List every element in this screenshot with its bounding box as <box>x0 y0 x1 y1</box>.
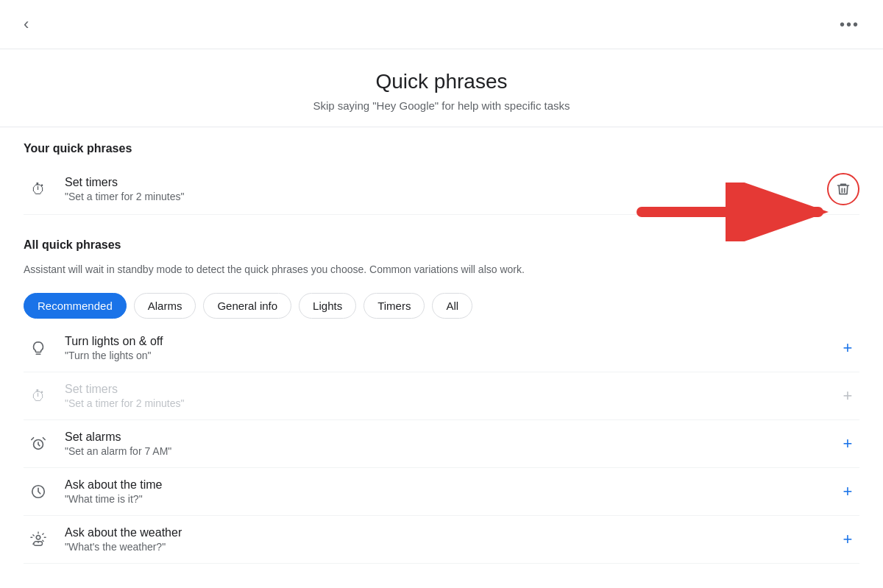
time-phrase-text: Ask about the time "What time is it?" <box>65 478 836 505</box>
add-timers-button[interactable]: + <box>836 384 859 408</box>
lights-phrase-text: Turn lights on & off "Turn the lights on… <box>65 335 836 361</box>
your-phrase-subtitle: "Set a timer for 2 minutes" <box>65 191 827 202</box>
your-phrase-text: Set timers "Set a timer for 2 minutes" <box>65 176 827 202</box>
phrase-row-weather: Ask about the weather "What's the weathe… <box>24 516 859 564</box>
add-weather-button[interactable]: + <box>836 528 859 551</box>
weather-phrase-subtitle: "What's the weather?" <box>65 541 836 553</box>
all-phrases-title: All quick phrases <box>24 224 859 261</box>
lights-phrase-title: Turn lights on & off <box>65 335 836 348</box>
delete-button[interactable] <box>827 173 859 205</box>
lights-icon <box>24 333 53 363</box>
phrase-row-timers: ⏱ Set timers "Set a timer for 2 minutes"… <box>24 372 859 420</box>
phrase-row-alarms: Set alarms "Set an alarm for 7 AM" + <box>24 420 859 468</box>
lights-phrase-subtitle: "Turn the lights on" <box>65 350 836 361</box>
alarms-icon <box>24 429 53 458</box>
chip-general-info[interactable]: General info <box>203 293 291 319</box>
top-bar: ‹ ••• <box>0 0 883 49</box>
timers-phrase-text: Set timers "Set a timer for 2 minutes" <box>65 383 836 409</box>
time-phrase-subtitle: "What time is it?" <box>65 493 836 505</box>
alarms-phrase-text: Set alarms "Set an alarm for 7 AM" <box>65 431 836 457</box>
page-header: Quick phrases Skip saying "Hey Google" f… <box>0 49 883 127</box>
all-phrases-description: Assistant will wait in standby mode to d… <box>24 261 859 284</box>
alarms-phrase-title: Set alarms <box>65 431 836 444</box>
content-area: Your quick phrases ⏱ Set timers "Set a t… <box>0 127 883 588</box>
chip-all[interactable]: All <box>432 293 472 319</box>
spacer <box>24 215 859 224</box>
time-phrase-title: Ask about the time <box>65 478 836 492</box>
back-button[interactable]: ‹ <box>18 12 35 37</box>
page-title: Quick phrases <box>18 70 865 93</box>
your-phrase-title: Set timers <box>65 176 827 189</box>
add-lights-button[interactable]: + <box>836 336 859 360</box>
time-icon <box>24 477 53 506</box>
weather-icon <box>24 525 53 554</box>
add-time-button[interactable]: + <box>836 480 859 503</box>
timers-phrase-subtitle: "Set a timer for 2 minutes" <box>65 397 836 409</box>
chip-recommended[interactable]: Recommended <box>24 293 127 319</box>
your-phrase-row: ⏱ Set timers "Set a timer for 2 minutes" <box>24 164 859 215</box>
add-alarms-button[interactable]: + <box>836 432 859 456</box>
weather-phrase-title: Ask about the weather <box>65 526 836 539</box>
page-subtitle: Skip saying "Hey Google" for help with s… <box>18 99 865 112</box>
filter-chips: Recommended Alarms General info Lights T… <box>24 284 859 325</box>
phrase-row-time: Ask about the time "What time is it?" + <box>24 468 859 516</box>
weather-phrase-text: Ask about the weather "What's the weathe… <box>65 526 836 553</box>
timers-icon: ⏱ <box>24 381 53 411</box>
your-phrases-title: Your quick phrases <box>24 127 859 164</box>
chip-timers[interactable]: Timers <box>364 293 425 319</box>
more-button[interactable]: ••• <box>834 13 865 36</box>
timer-icon: ⏱ <box>24 174 53 204</box>
chip-lights[interactable]: Lights <box>299 293 356 319</box>
trash-icon <box>836 182 851 196</box>
chip-alarms[interactable]: Alarms <box>134 293 196 319</box>
svg-point-2 <box>36 536 40 540</box>
timers-phrase-title: Set timers <box>65 383 836 396</box>
phrase-row-lights: Turn lights on & off "Turn the lights on… <box>24 325 859 372</box>
alarms-phrase-subtitle: "Set an alarm for 7 AM" <box>65 445 836 457</box>
